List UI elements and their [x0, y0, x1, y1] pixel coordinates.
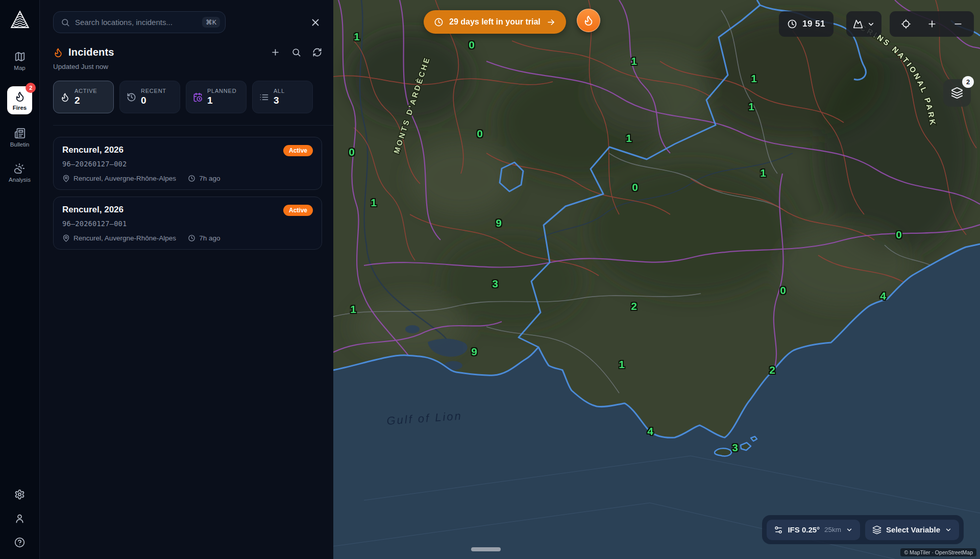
sidebar-item-analysis[interactable]: Analysis	[9, 163, 31, 183]
cluster-marker[interactable]: 0	[632, 181, 638, 193]
map-canvas[interactable]: MONTS D'ARDÈCHE ÉCRINS NATIONAL PARK Gul…	[333, 0, 980, 559]
cluster-marker[interactable]: 0	[780, 284, 786, 297]
cluster-marker[interactable]: 3	[492, 278, 498, 290]
tab-count: 2	[75, 95, 97, 106]
tab-count: 0	[141, 95, 166, 106]
user-icon[interactable]	[14, 513, 25, 524]
tab-count: 1	[207, 95, 236, 106]
cluster-marker[interactable]: 1	[626, 132, 632, 144]
map-time-value: 19 51	[802, 19, 825, 29]
cluster-marker[interactable]: 1	[619, 358, 625, 371]
incident-id: 96–20260127–001	[62, 220, 313, 228]
cluster-marker[interactable]: 2	[631, 300, 637, 312]
flame-icon	[583, 15, 594, 26]
cluster-marker[interactable]: 0	[469, 39, 475, 51]
layers-icon	[951, 87, 963, 99]
trial-banner-text: 29 days left in your trial	[449, 17, 541, 27]
list-icon	[259, 92, 269, 102]
cluster-marker[interactable]: 3	[732, 442, 738, 454]
incident-time: 7h ago	[199, 234, 220, 242]
cluster-marker[interactable]: 1	[371, 197, 377, 209]
locate-button[interactable]	[893, 11, 919, 37]
history-icon	[127, 92, 136, 102]
cluster-marker[interactable]: 1	[751, 72, 757, 85]
incidents-panel: ⌘K Incidents Updated Just now ACTIVE2 RE…	[40, 0, 333, 559]
sidebar-item-label: Analysis	[9, 177, 31, 183]
search-box[interactable]: ⌘K	[53, 11, 226, 33]
calendar-clock-icon	[193, 92, 203, 102]
incident-card[interactable]: Rencurel, 2026 Active 96–20260127–002 Re…	[53, 137, 322, 190]
tab-all[interactable]: ALL3	[252, 81, 313, 113]
plus-icon	[927, 19, 937, 29]
cluster-marker[interactable]: 4	[880, 290, 886, 302]
map-attribution[interactable]: © MapTiler · OpenStreetMap	[900, 548, 976, 556]
variable-select-button[interactable]: Select Variable	[865, 520, 959, 540]
keyboard-shortcut-badge: ⌘K	[202, 17, 220, 28]
arrow-right-icon	[546, 17, 556, 27]
refresh-icon[interactable]	[312, 47, 322, 57]
tab-recent[interactable]: RECENT0	[119, 81, 180, 113]
cluster-marker[interactable]: 0	[349, 146, 355, 158]
chevron-down-icon	[945, 526, 952, 533]
clock-icon	[787, 19, 797, 29]
fire-incident-marker[interactable]	[577, 9, 600, 32]
search-incidents-icon[interactable]	[291, 47, 301, 57]
tab-active[interactable]: ACTIVE2	[53, 81, 114, 113]
cluster-marker[interactable]: 1	[354, 31, 360, 43]
layers-button[interactable]: 2	[943, 79, 971, 107]
cluster-marker[interactable]: 2	[769, 364, 775, 376]
bottom-sheet-handle[interactable]	[471, 547, 501, 551]
zoom-out-button[interactable]	[945, 11, 971, 37]
cluster-marker[interactable]: 9	[496, 217, 502, 229]
layers-icon	[872, 525, 881, 534]
last-updated-text: Updated Just now	[53, 63, 322, 70]
add-incident-icon[interactable]	[271, 47, 280, 57]
cluster-marker[interactable]: 1	[760, 167, 766, 179]
tab-label: RECENT	[141, 88, 166, 94]
sidebar-item-fires[interactable]: 2 Fires	[7, 86, 33, 114]
cluster-marker[interactable]: 4	[647, 425, 653, 438]
model-resolution: 25km	[824, 526, 841, 533]
cloud-sun-icon	[14, 163, 25, 174]
flame-icon	[14, 91, 26, 102]
model-select-button[interactable]: IFS 0.25° 25km	[767, 520, 860, 540]
chevron-down-icon	[867, 20, 875, 28]
icon-sidebar: Map 2 Fires Bulletin Analysis	[0, 0, 40, 559]
trial-banner[interactable]: 29 days left in your trial	[424, 10, 566, 34]
app-window: Map 2 Fires Bulletin Analysis ⌘	[0, 0, 980, 559]
zoom-in-button[interactable]	[919, 11, 945, 37]
header-actions	[271, 47, 322, 57]
cluster-marker[interactable]: 0	[896, 229, 902, 241]
map-pin-icon	[62, 234, 70, 242]
incident-list: Rencurel, 2026 Active 96–20260127–002 Re…	[53, 137, 322, 250]
terrain-style-dropdown[interactable]	[846, 11, 881, 37]
clock-icon	[188, 175, 195, 182]
incident-location: Rencurel, Auvergne-Rhône-Alpes	[74, 175, 176, 182]
cluster-marker[interactable]: 1	[350, 303, 356, 315]
variable-name: Select Variable	[886, 525, 940, 534]
cluster-marker[interactable]: 1	[748, 101, 754, 113]
help-icon[interactable]	[14, 537, 25, 548]
app-logo-icon[interactable]	[9, 9, 31, 30]
tab-label: ALL	[274, 88, 285, 94]
settings-gear-icon[interactable]	[14, 489, 25, 500]
search-input[interactable]	[75, 18, 197, 27]
page-title: Incidents	[68, 46, 114, 58]
cluster-marker[interactable]: 1	[631, 55, 637, 67]
search-row: ⌘K	[53, 11, 322, 33]
close-icon[interactable]	[310, 17, 321, 28]
incident-title: Rencurel, 2026	[62, 145, 124, 155]
search-icon	[61, 18, 70, 27]
tab-planned[interactable]: PLANNED1	[186, 81, 247, 113]
sidebar-bottom-group	[14, 489, 25, 548]
newspaper-icon	[14, 128, 26, 139]
map-time-display[interactable]: 19 51	[779, 11, 834, 37]
cluster-marker[interactable]: 0	[477, 128, 483, 140]
cluster-marker[interactable]: 9	[471, 346, 477, 358]
incident-card[interactable]: Rencurel, 2026 Active 96–20260127–001 Re…	[53, 197, 322, 250]
incident-id: 96–20260127–002	[62, 160, 313, 168]
sidebar-item-bulletin[interactable]: Bulletin	[10, 128, 30, 148]
tab-count: 3	[274, 95, 285, 106]
incident-time: 7h ago	[199, 175, 220, 182]
sidebar-item-map[interactable]: Map	[14, 51, 25, 71]
